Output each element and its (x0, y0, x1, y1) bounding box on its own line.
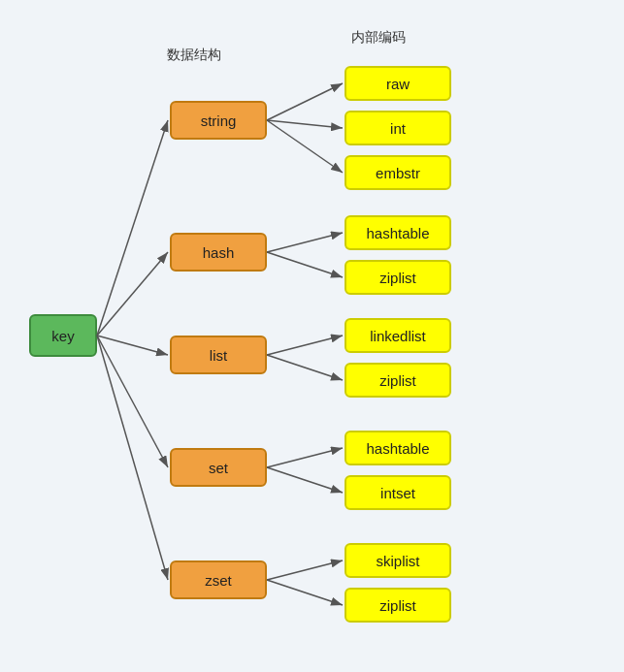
svg-line-9 (267, 233, 343, 252)
node-key: key (29, 314, 97, 357)
label-data-structure: 数据结构 (167, 47, 221, 64)
svg-line-1 (97, 120, 168, 336)
node-list-ll: linkedlist (345, 318, 451, 353)
svg-line-14 (267, 467, 343, 493)
svg-line-7 (267, 120, 343, 128)
svg-line-5 (97, 336, 168, 580)
node-hash-zl: ziplist (345, 260, 451, 295)
node-int: int (345, 111, 451, 145)
svg-line-8 (267, 120, 343, 173)
svg-line-2 (97, 252, 168, 336)
node-list-zl: ziplist (345, 363, 451, 398)
svg-line-6 (267, 83, 343, 120)
svg-line-13 (267, 448, 343, 467)
node-hash-ht: hashtable (345, 215, 451, 250)
node-zset: zset (170, 560, 267, 599)
node-string: string (170, 101, 267, 140)
svg-line-3 (97, 336, 168, 355)
node-set-ht: hashtable (345, 431, 451, 465)
node-set: set (170, 448, 267, 487)
node-set-is: intset (345, 475, 451, 510)
node-list: list (170, 336, 267, 374)
svg-line-10 (267, 252, 343, 277)
label-internal-encoding: 内部编码 (351, 29, 406, 47)
node-zset-zl: ziplist (345, 588, 451, 623)
svg-line-11 (267, 336, 343, 355)
node-zset-sl: skiplist (345, 543, 451, 578)
svg-line-12 (267, 355, 343, 380)
diagram: 数据结构 内部编码 key string hash list set zset … (0, 0, 624, 672)
node-raw: raw (345, 66, 451, 101)
svg-line-4 (97, 336, 168, 467)
svg-line-16 (267, 580, 343, 605)
node-embstr: embstr (345, 155, 451, 190)
node-hash: hash (170, 233, 267, 272)
svg-line-15 (267, 560, 343, 580)
